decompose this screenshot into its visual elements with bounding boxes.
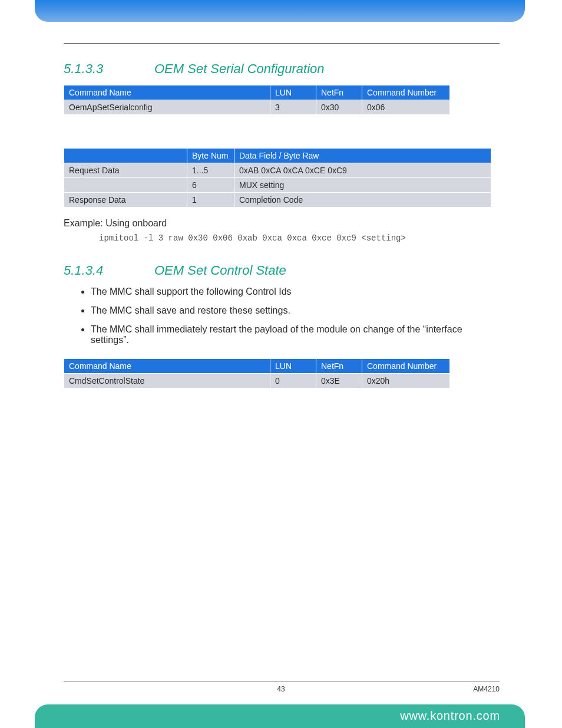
td-byte: 1...5 — [187, 163, 234, 178]
table-header-row: Command Name LUN NetFn Command Number — [64, 359, 450, 374]
td-command-name: OemApSetSerialconfig — [64, 100, 270, 115]
table-row: CmdSetControlState 0 0x3E 0x20h — [64, 374, 450, 388]
example-command: ipmitool -l 3 raw 0x30 0x06 0xab 0xca 0x… — [99, 233, 500, 243]
spacer — [64, 126, 500, 148]
table-header-row: Byte Num Data Field / Byte Raw — [64, 149, 491, 163]
th-command-name: Command Name — [64, 85, 270, 100]
section-heading-5133: 5.1.3.3 OEM Set Serial Configuration — [64, 61, 500, 77]
top-banner — [35, 0, 525, 22]
table-header-row: Command Name LUN NetFn Command Number — [64, 85, 450, 100]
th-command-number: Command Number — [362, 359, 450, 374]
td-command-name: CmdSetControlState — [64, 374, 270, 388]
data-table-5133: Byte Num Data Field / Byte Raw Request D… — [64, 148, 491, 207]
td-field: MUX setting — [234, 178, 491, 193]
section-title: OEM Set Control State — [154, 263, 286, 278]
th-byte-num: Byte Num — [187, 149, 234, 163]
td-command-number: 0x06 — [362, 100, 450, 115]
command-table-5134: Command Name LUN NetFn Command Number Cm… — [64, 358, 450, 388]
td-field: 0xAB 0xCA 0xCA 0xCE 0xC9 — [234, 163, 491, 178]
td-netfn: 0x3E — [316, 374, 362, 388]
section-number: 5.1.3.3 — [64, 61, 154, 77]
example-label: Example: Using onboard — [64, 218, 500, 229]
top-rule — [64, 43, 500, 44]
section-number: 5.1.3.4 — [64, 263, 154, 278]
table-row: Request Data 1...5 0xAB 0xCA 0xCA 0xCE 0… — [64, 163, 491, 178]
th-netfn: NetFn — [316, 85, 362, 100]
bottom-banner: www.kontron.com — [35, 704, 525, 728]
section-heading-5134: 5.1.3.4 OEM Set Control State — [64, 263, 500, 278]
th-netfn: NetFn — [316, 359, 362, 374]
th-command-number: Command Number — [362, 85, 450, 100]
list-item: The MMC shall immediately restart the pa… — [91, 324, 500, 345]
td-netfn: 0x30 — [316, 100, 362, 115]
table-row: OemApSetSerialconfig 3 0x30 0x06 — [64, 100, 450, 115]
page-content: 5.1.3.3 OEM Set Serial Configuration Com… — [64, 43, 500, 399]
td-byte: 6 — [187, 178, 234, 193]
bullet-list-5134: The MMC shall support the following Cont… — [64, 286, 500, 345]
document-id: AM4210 — [473, 685, 500, 693]
th-command-name: Command Name — [64, 359, 270, 374]
list-item: The MMC shall support the following Cont… — [91, 286, 500, 297]
td-label — [64, 178, 187, 193]
th-data-field: Data Field / Byte Raw — [234, 149, 491, 163]
th-lun: LUN — [270, 85, 316, 100]
th-lun: LUN — [270, 359, 316, 374]
section-title: OEM Set Serial Configuration — [154, 61, 325, 77]
td-label: Request Data — [64, 163, 187, 178]
td-lun: 3 — [270, 100, 316, 115]
td-field: Completion Code — [234, 193, 491, 207]
list-item: The MMC shall save and restore these set… — [91, 305, 500, 316]
table-row: Response Data 1 Completion Code — [64, 193, 491, 207]
footer-url: www.kontron.com — [400, 709, 500, 723]
th-blank — [64, 149, 187, 163]
td-lun: 0 — [270, 374, 316, 388]
command-table-5133: Command Name LUN NetFn Command Number Oe… — [64, 85, 450, 115]
footer-rule — [64, 681, 500, 681]
td-byte: 1 — [187, 193, 234, 207]
td-command-number: 0x20h — [362, 374, 450, 388]
td-label: Response Data — [64, 193, 187, 207]
table-row: 6 MUX setting — [64, 178, 491, 193]
